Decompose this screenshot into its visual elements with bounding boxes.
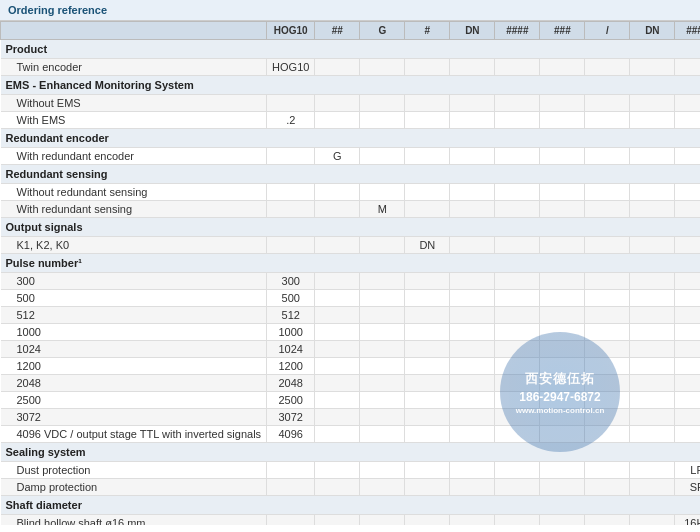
data-row: 4096 VDC / output stage TTL with inverte… xyxy=(1,426,701,443)
row-value-5 xyxy=(495,112,540,129)
section-row: Redundant sensing xyxy=(1,165,701,184)
row-value-4 xyxy=(450,479,495,496)
row-value-6 xyxy=(540,59,585,76)
row-value-3 xyxy=(405,95,450,112)
row-value-4 xyxy=(450,112,495,129)
row-label: Blind hollow shaft ø16 mm xyxy=(1,515,267,526)
section-label: Output signals xyxy=(1,218,701,237)
header-row: HOG10##G#DN#######/DN############### xyxy=(1,22,701,40)
row-label: 1200 xyxy=(1,358,267,375)
row-label: Without redundant sensing xyxy=(1,184,267,201)
row-value-6 xyxy=(540,237,585,254)
row-value-5 xyxy=(495,184,540,201)
col-header-c6: ### xyxy=(540,22,585,40)
row-value-9 xyxy=(675,290,700,307)
row-value-9 xyxy=(675,341,700,358)
row-value-3 xyxy=(405,184,450,201)
row-label: 512 xyxy=(1,307,267,324)
row-value-8 xyxy=(630,479,675,496)
row-value-9 xyxy=(675,112,700,129)
row-value-9 xyxy=(675,95,700,112)
row-value-6 xyxy=(540,112,585,129)
page-title: Ordering reference xyxy=(8,4,107,16)
row-value-4 xyxy=(450,426,495,443)
row-value-8 xyxy=(630,273,675,290)
row-value-1 xyxy=(315,479,360,496)
table-header: HOG10##G#DN#######/DN############### xyxy=(1,22,701,40)
row-value-7 xyxy=(585,184,630,201)
table-wrapper[interactable]: HOG10##G#DN#######/DN############### Pro… xyxy=(0,21,700,525)
row-value-5 xyxy=(495,290,540,307)
row-value-0 xyxy=(267,184,315,201)
row-value-8 xyxy=(630,515,675,526)
row-value-7 xyxy=(585,307,630,324)
row-value-9 xyxy=(675,184,700,201)
row-value-7 xyxy=(585,341,630,358)
row-value-7 xyxy=(585,273,630,290)
row-value-0: 2048 xyxy=(267,375,315,392)
row-value-1 xyxy=(315,409,360,426)
row-value-2 xyxy=(360,515,405,526)
section-label: Redundant sensing xyxy=(1,165,701,184)
data-row: 12001200 xyxy=(1,358,701,375)
row-value-1 xyxy=(315,358,360,375)
col-header-c4: DN xyxy=(450,22,495,40)
data-row: Dust protectionLR xyxy=(1,462,701,479)
row-value-3 xyxy=(405,341,450,358)
row-value-2 xyxy=(360,409,405,426)
row-value-3 xyxy=(405,515,450,526)
row-value-0 xyxy=(267,148,315,165)
row-value-0 xyxy=(267,95,315,112)
data-row: With redundant encoderG xyxy=(1,148,701,165)
row-value-9 xyxy=(675,409,700,426)
row-value-7 xyxy=(585,112,630,129)
row-value-1 xyxy=(315,59,360,76)
row-value-0: 500 xyxy=(267,290,315,307)
row-value-0: 300 xyxy=(267,273,315,290)
row-value-3 xyxy=(405,375,450,392)
row-value-9 xyxy=(675,392,700,409)
row-value-3 xyxy=(405,479,450,496)
row-value-0 xyxy=(267,237,315,254)
row-value-0: .2 xyxy=(267,112,315,129)
row-value-5 xyxy=(495,273,540,290)
row-value-0: 512 xyxy=(267,307,315,324)
col-header-c7: / xyxy=(585,22,630,40)
row-value-8 xyxy=(630,95,675,112)
row-value-1 xyxy=(315,375,360,392)
row-value-7 xyxy=(585,392,630,409)
row-value-9 xyxy=(675,201,700,218)
row-value-4 xyxy=(450,392,495,409)
row-value-4 xyxy=(450,290,495,307)
row-label: 1000 xyxy=(1,324,267,341)
section-label: Product xyxy=(1,40,701,59)
section-label: EMS - Enhanced Monitoring System xyxy=(1,76,701,95)
row-value-9 xyxy=(675,148,700,165)
row-label: Dust protection xyxy=(1,462,267,479)
row-value-7 xyxy=(585,479,630,496)
row-value-5 xyxy=(495,392,540,409)
row-value-7 xyxy=(585,375,630,392)
row-value-0 xyxy=(267,515,315,526)
col-header-label xyxy=(1,22,267,40)
data-row: 10001000 xyxy=(1,324,701,341)
row-value-8 xyxy=(630,358,675,375)
row-label: With redundant sensing xyxy=(1,201,267,218)
row-value-8 xyxy=(630,307,675,324)
row-value-6 xyxy=(540,515,585,526)
data-row: 20482048 xyxy=(1,375,701,392)
col-header-c5: #### xyxy=(495,22,540,40)
data-row: Damp protectionSR xyxy=(1,479,701,496)
row-value-5 xyxy=(495,409,540,426)
data-row: 512512 xyxy=(1,307,701,324)
row-value-7 xyxy=(585,426,630,443)
row-value-8 xyxy=(630,341,675,358)
row-value-2 xyxy=(360,95,405,112)
row-value-6 xyxy=(540,409,585,426)
row-value-0: 1024 xyxy=(267,341,315,358)
row-value-8 xyxy=(630,392,675,409)
row-value-6 xyxy=(540,479,585,496)
section-label: Shaft diameter xyxy=(1,496,701,515)
row-label: 4096 VDC / output stage TTL with inverte… xyxy=(1,426,267,443)
row-value-1 xyxy=(315,112,360,129)
